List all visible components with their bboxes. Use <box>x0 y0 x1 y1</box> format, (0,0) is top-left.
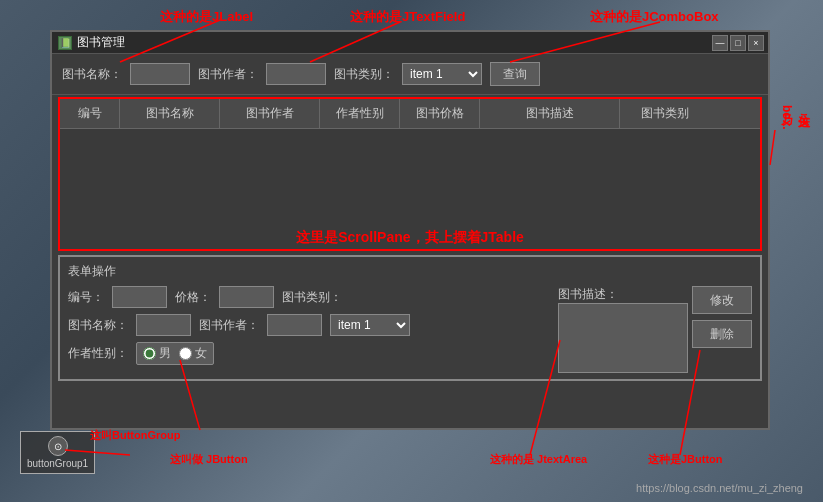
form-row-2: 图书名称： 图书作者： item 1 item 2 item 3 <box>68 314 544 336</box>
radio-male[interactable]: 男 <box>143 345 171 362</box>
col-price: 图书价格 <box>400 99 480 128</box>
form-row-1: 编号： 价格： 图书类别： <box>68 286 544 308</box>
price-input[interactable] <box>219 286 274 308</box>
table-header: 编号 图书名称 图书作者 作者性别 图书价格 图书描述 图书类别 <box>60 99 760 129</box>
table-body[interactable]: 这里是ScrollPane，其上摆着JTable <box>60 129 760 249</box>
price-label: 价格： <box>175 289 211 306</box>
book-name-input[interactable] <box>130 63 190 85</box>
book-author-label: 图书作者： <box>198 66 258 83</box>
title-bar: 📗 图书管理 — □ × <box>52 32 768 54</box>
id-label: 编号： <box>68 289 104 306</box>
table-panel: 编号 图书名称 图书作者 作者性别 图书价格 图书描述 图书类别 这里是Scro… <box>60 99 760 249</box>
col-category: 图书类别 <box>620 99 710 128</box>
book-author-input[interactable] <box>266 63 326 85</box>
form-panel: 表单操作 编号： 价格： 图书类别： 图书名称： <box>58 255 762 381</box>
col-desc: 图书描述 <box>480 99 620 128</box>
desc-area: 图书描述： <box>558 286 688 373</box>
desc-textarea[interactable] <box>558 303 688 373</box>
footer-url: https://blog.csdn.net/mu_zi_zheng <box>636 482 803 494</box>
button-group-container: ⊙ buttonGroup1 <box>20 431 95 474</box>
search-panel: 图书名称： 图书作者： 图书类别： item 1 item 2 item 3 查… <box>52 54 768 95</box>
category-combobox[interactable]: item 1 item 2 item 3 <box>402 63 482 85</box>
category-label-form: 图书类别： <box>282 289 342 306</box>
button-group-label: buttonGroup1 <box>27 458 88 469</box>
radio-male-input[interactable] <box>143 347 156 360</box>
gender-label: 作者性别： <box>68 345 128 362</box>
search-button[interactable]: 查询 <box>490 62 540 86</box>
id-input[interactable] <box>112 286 167 308</box>
button-group-box: ⊙ buttonGroup1 <box>20 431 95 474</box>
book-author-form-input[interactable] <box>267 314 322 336</box>
scrollpane-hint: 这里是ScrollPane，其上摆着JTable <box>296 229 524 247</box>
main-window: 📗 图书管理 — □ × 图书名称： 图书作者： 图书类别： item 1 it… <box>50 30 770 430</box>
radio-male-label: 男 <box>159 345 171 362</box>
book-name-label: 图书名称： <box>62 66 122 83</box>
form-category-combobox[interactable]: item 1 item 2 item 3 <box>330 314 410 336</box>
delete-button[interactable]: 删除 <box>692 320 752 348</box>
book-category-label: 图书类别： <box>334 66 394 83</box>
form-row-3: 作者性别： 男 女 <box>68 342 544 365</box>
col-id: 编号 <box>60 99 120 128</box>
radio-female[interactable]: 女 <box>179 345 207 362</box>
button-group-icon: ⊙ <box>48 436 68 456</box>
maximize-button[interactable]: □ <box>730 35 746 51</box>
window-icon: 📗 <box>58 36 72 50</box>
close-button[interactable]: × <box>748 35 764 51</box>
desc-label: 图书描述： <box>558 286 618 303</box>
gender-radio-group: 男 女 <box>136 342 214 365</box>
book-author-label-form: 图书作者： <box>199 317 259 334</box>
window-controls: — □ × <box>712 35 764 51</box>
col-name: 图书名称 <box>120 99 220 128</box>
form-title: 表单操作 <box>68 263 752 280</box>
radio-female-input[interactable] <box>179 347 192 360</box>
form-buttons: 修改 删除 <box>692 286 752 373</box>
modify-button[interactable]: 修改 <box>692 286 752 314</box>
table-container: 编号 图书名称 图书作者 作者性别 图书价格 图书描述 图书类别 这里是Scro… <box>58 97 762 251</box>
minimize-button[interactable]: — <box>712 35 728 51</box>
col-gender: 作者性别 <box>320 99 400 128</box>
book-name-label-form: 图书名称： <box>68 317 128 334</box>
col-author: 图书作者 <box>220 99 320 128</box>
radio-female-label: 女 <box>195 345 207 362</box>
book-name-form-input[interactable] <box>136 314 191 336</box>
window-title: 图书管理 <box>77 34 125 51</box>
